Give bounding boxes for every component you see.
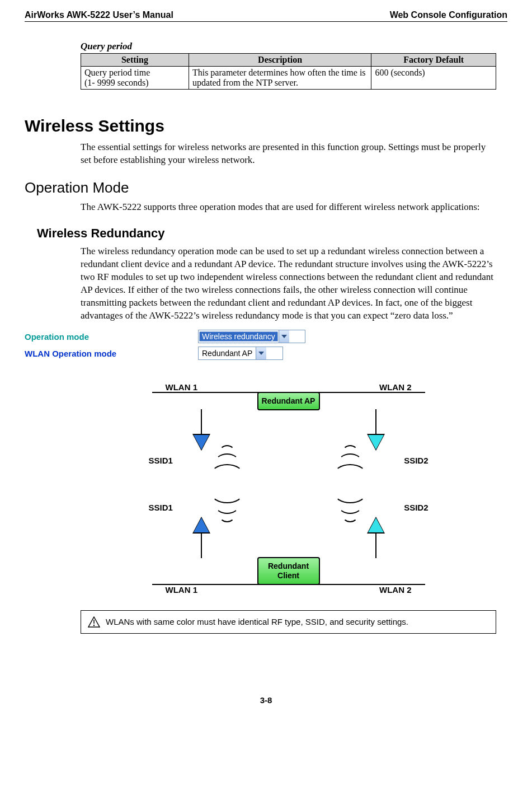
heading-wireless-redundancy: Wireless Redundancy bbox=[37, 226, 496, 241]
svg-point-4 bbox=[93, 625, 95, 626]
running-header-left: AirWorks AWK-5222 User’s Manual bbox=[25, 10, 173, 20]
cell-default: 600 (seconds) bbox=[371, 67, 496, 90]
diagram-ssid2-top: SSID2 bbox=[404, 456, 428, 465]
select-wlan-operation-mode-value: Redundant AP bbox=[199, 349, 256, 358]
select-operation-mode-value: Wireless redundancy bbox=[199, 331, 278, 341]
table-row: Query period time (1- 9999 seconds) This… bbox=[81, 67, 496, 90]
diagram-ap-box: Redundant AP bbox=[257, 392, 320, 410]
diagram-client-box: Redundant Client bbox=[257, 557, 320, 585]
heading-wireless-settings: Wireless Settings bbox=[25, 116, 507, 135]
heading-operation-mode: Operation Mode bbox=[25, 179, 507, 196]
diagram-wlan2-bottom: WLAN 2 bbox=[379, 585, 412, 595]
cell-setting-line2: (1- 9999 seconds) bbox=[84, 78, 149, 87]
diagram-ssid1-bottom: SSID1 bbox=[149, 503, 173, 512]
radio-waves-icon bbox=[210, 492, 244, 522]
running-header: AirWorks AWK-5222 User’s Manual Web Cons… bbox=[25, 10, 507, 22]
page-number: 3-8 bbox=[25, 695, 507, 705]
antenna-client-right bbox=[368, 518, 384, 558]
note-box: WLANs with same color must have identica… bbox=[81, 610, 496, 634]
cell-setting-line1: Query period time bbox=[84, 68, 150, 77]
select-wlan-operation-mode[interactable]: Redundant AP bbox=[198, 347, 283, 360]
query-period-table: Setting Description Factory Default Quer… bbox=[81, 53, 496, 90]
col-description: Description bbox=[189, 54, 371, 67]
radio-waves-icon bbox=[333, 445, 367, 475]
antenna-client-left bbox=[194, 518, 209, 558]
diagram-ssid2-bottom: SSID2 bbox=[404, 503, 428, 512]
warning-icon bbox=[88, 616, 100, 628]
antenna-ap-right bbox=[368, 409, 384, 450]
cell-setting: Query period time (1- 9999 seconds) bbox=[81, 67, 189, 90]
body-wireless-redundancy: The wireless redundancy operation mode c… bbox=[81, 245, 496, 322]
col-setting: Setting bbox=[81, 54, 189, 67]
radio-waves-icon bbox=[333, 492, 367, 522]
redundancy-diagram: WLAN 1 WLAN 2 Redundant AP bbox=[132, 382, 445, 594]
diagram-wlan2-top: WLAN 2 bbox=[379, 382, 412, 392]
note-text: WLANs with same color must have identica… bbox=[106, 617, 408, 626]
radio-waves-icon bbox=[210, 445, 244, 475]
body-wireless-settings: The essential settings for wireless netw… bbox=[81, 141, 496, 167]
svg-marker-1 bbox=[258, 352, 264, 355]
select-operation-mode[interactable]: Wireless redundancy bbox=[198, 330, 305, 343]
col-factory-default: Factory Default bbox=[371, 54, 496, 67]
running-header-right: Web Console Configuration bbox=[390, 10, 507, 20]
body-operation-mode: The AWK-5222 supports three operation mo… bbox=[81, 201, 496, 214]
cell-description: This parameter determines how often the … bbox=[189, 67, 371, 90]
antenna-ap-left bbox=[194, 409, 209, 450]
diagram-ssid1-top: SSID1 bbox=[149, 456, 173, 465]
table-caption: Query period bbox=[81, 41, 496, 52]
diagram-wlan1-top: WLAN 1 bbox=[166, 382, 198, 392]
label-wlan-operation-mode: WLAN Operation mode bbox=[25, 349, 198, 358]
label-operation-mode: Operation mode bbox=[25, 332, 198, 341]
diagram-wlan1-bottom: WLAN 1 bbox=[166, 585, 198, 595]
svg-marker-0 bbox=[281, 335, 287, 338]
chevron-down-icon bbox=[279, 330, 289, 343]
form-area: Operation mode Wireless redundancy WLAN … bbox=[25, 330, 507, 360]
chevron-down-icon bbox=[256, 347, 266, 359]
